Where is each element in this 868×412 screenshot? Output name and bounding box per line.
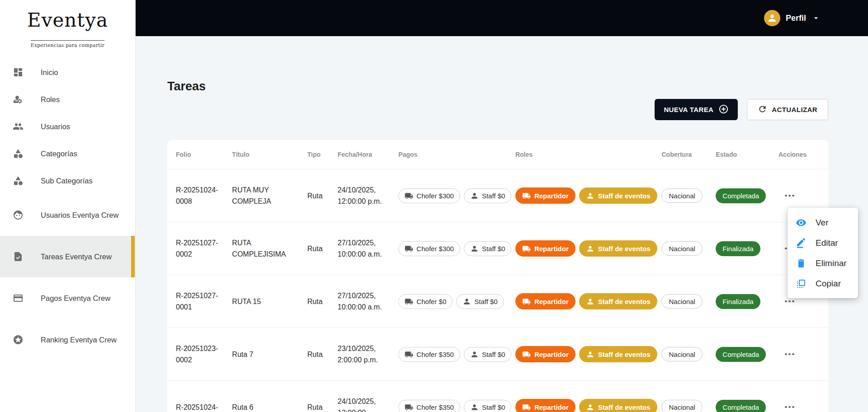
menu-item-copiar[interactable]: Copiar [788, 273, 858, 294]
sidebar-item-usuarios-eventya-crew[interactable]: Usuarios Eventya Crew [0, 194, 135, 236]
cell-roles: RepartidorStaff de eventos [515, 346, 662, 362]
sidebar-item-sub-categorias[interactable]: Sub Categorías [0, 167, 135, 194]
truck-icon [522, 350, 531, 359]
sidebar-item-pagos-eventya-crew[interactable]: Pagos Eventya Crew [0, 277, 135, 319]
column-header-acciones: Acciones [778, 151, 828, 158]
sidebar-item-label: Usuarios Eventya Crew [41, 209, 118, 221]
tasks-table-card: FolioTítuloTipoFecha/HoraPagosRolesCober… [167, 140, 828, 412]
eye-icon [796, 217, 807, 228]
cell-fecha: 27/10/2025, 10:00:00 a.m. [338, 290, 399, 313]
cell-roles: RepartidorStaff de eventos [515, 240, 662, 257]
menu-item-label: Editar [816, 238, 838, 248]
column-header-pagos: Pagos [398, 151, 515, 158]
row-actions-button[interactable] [782, 350, 797, 359]
sidebar-item-label: Usuarios [41, 121, 70, 133]
profile-menu-button[interactable]: Perfil [764, 10, 821, 26]
role-chip-staff: Staff de eventos [579, 346, 657, 362]
pago-chip-label: Chofer $350 [416, 402, 454, 412]
truck-icon [405, 244, 413, 253]
sidebar-item-tareas-eventya-crew[interactable]: Tareas Eventya Crew [0, 236, 135, 277]
sidebar-item-usuarios[interactable]: Usuarios [0, 113, 135, 140]
trash-icon [796, 258, 807, 269]
role-chip-repartidor: Repartidor [515, 187, 576, 204]
column-header-roles: Roles [515, 151, 662, 158]
refresh-icon-slot [758, 104, 767, 115]
refresh-button[interactable]: ACTUALIZAR [747, 99, 828, 120]
roles-icon [13, 94, 24, 105]
pago-chip-label: Staff $0 [482, 190, 505, 201]
column-header-folio: Folio [176, 151, 232, 158]
row-actions-button[interactable] [782, 191, 797, 201]
caret-down-icon [811, 14, 821, 23]
role-chip-repartidor: Repartidor [515, 399, 576, 412]
sidebar-item-label: Categorías [41, 148, 77, 160]
main-content: Tareas NUEVA TAREA ACTUALIZAR FolioTítul… [136, 36, 868, 412]
truck-icon [522, 403, 531, 412]
cobertura-chip: Nacional [661, 400, 702, 412]
cell-pagos: Chofer $0Staff $0 [398, 294, 515, 309]
role-chip-label: Repartidor [534, 349, 569, 360]
cell-tipo: Ruta [307, 243, 338, 254]
person-icon [470, 350, 479, 359]
dot [792, 406, 794, 408]
dot [788, 353, 791, 356]
category-icon [13, 175, 24, 186]
row-actions-button[interactable] [782, 403, 797, 412]
brand-logo: Eventya Experiencias para compartir [0, 0, 135, 49]
menu-item-label: Copiar [816, 279, 841, 289]
cell-acciones [778, 403, 828, 412]
cell-folio: R-20251024- [176, 402, 232, 412]
plus-icon-slot [718, 104, 729, 116]
sidebar-item-roles[interactable]: Roles [0, 86, 135, 113]
sidebar-item-categorias[interactable]: Categorías [0, 140, 135, 167]
app-root: Eventya Experiencias para compartir Inic… [0, 0, 868, 412]
task-table-body: R-20251024-0008RUTA MUY COMPLEJARuta24/1… [167, 169, 828, 412]
person-icon [586, 403, 594, 412]
cell-acciones [778, 191, 828, 201]
cell-titulo: RUTA 15 [232, 296, 307, 307]
cell-cobertura: Nacional [661, 400, 716, 412]
menu-item-editar[interactable]: Editar [788, 233, 858, 253]
cell-roles: RepartidorStaff de eventos [515, 187, 662, 204]
category-icon [13, 148, 24, 159]
users-icon [13, 121, 24, 132]
sidebar-item-inicio[interactable]: Inicio [0, 59, 135, 86]
cell-titulo: Ruta 6 [232, 402, 307, 412]
role-chip-label: Staff de eventos [598, 402, 651, 412]
sidebar-item-ranking-eventya-crew[interactable]: Ranking Eventya Crew [0, 319, 135, 360]
refresh-label: ACTUALIZAR [772, 106, 817, 113]
person-icon [470, 403, 479, 412]
menu-item-eliminar[interactable]: Eliminar [788, 253, 858, 273]
column-header-fecha/hora: Fecha/Hora [338, 151, 399, 158]
menu-item-label: Ver [816, 218, 829, 228]
cell-titulo: RUTA COMPLEJISIMA [232, 237, 307, 260]
dot [788, 300, 791, 303]
truck-icon [522, 297, 531, 306]
column-header-estado: Estado [716, 151, 778, 158]
truck-icon [405, 350, 413, 359]
row-context-menu: VerEditarEliminarCopiar [788, 208, 858, 298]
pago-chip-label: Chofer $300 [416, 243, 454, 254]
new-task-button[interactable]: NUEVA TAREA [655, 99, 738, 120]
pago-chip-label: Staff $0 [482, 349, 505, 360]
page-title: Tareas [167, 80, 206, 94]
caret-container [811, 14, 821, 23]
column-header-tipo: Tipo [307, 151, 338, 158]
table-row: R-20251023-0002Ruta 7Ruta23/10/2025, 2:0… [167, 328, 828, 381]
pago-chip-label: Chofer $300 [416, 190, 454, 201]
table-row: R-20251024-0008RUTA MUY COMPLEJARuta24/1… [167, 169, 828, 222]
cobertura-chip: Nacional [661, 347, 702, 361]
topbar: Perfil [136, 0, 868, 36]
menu-item-ver[interactable]: Ver [788, 212, 858, 233]
stars-icon [13, 334, 24, 345]
cobertura-chip: Nacional [661, 188, 702, 203]
cell-titulo: RUTA MUY COMPLEJA [232, 184, 307, 207]
dot [785, 300, 787, 303]
role-chip-label: Repartidor [534, 296, 569, 307]
role-chip-staff: Staff de eventos [579, 240, 657, 257]
avatar [764, 10, 780, 26]
cell-pagos: Chofer $350Staff $0 [398, 347, 515, 362]
copy-icon [796, 278, 807, 289]
role-chip-repartidor: Repartidor [515, 240, 576, 257]
dot [792, 353, 794, 356]
